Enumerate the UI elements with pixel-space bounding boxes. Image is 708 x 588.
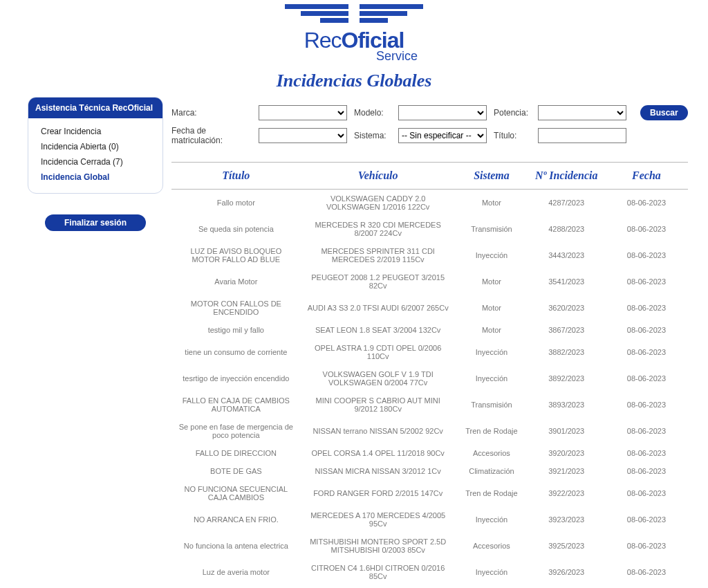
cell-vehiculo: MERCEDES SPRINTER 311 CDI MERCEDES 2/201… (301, 242, 456, 268)
cell-titulo: LUZ DE AVISO BLOQUEO MOTOR FALLO AD BLUE (171, 242, 301, 268)
cell-fecha: 08-06-2023 (605, 295, 687, 321)
cell-fecha: 08-06-2023 (605, 444, 687, 462)
cell-titulo: Fallo motor (171, 190, 301, 217)
cell-fecha: 08-06-2023 (605, 418, 687, 444)
cell-sistema: Motor (456, 295, 528, 321)
table-row[interactable]: FALLO EN CAJA DE CAMBIOS AUTOMATICAMINI … (171, 392, 688, 418)
table-row[interactable]: FALLO DE DIRECCIONOPEL CORSA 1.4 OPEL 11… (171, 444, 688, 462)
cell-titulo: Luz de averia motor (171, 559, 301, 585)
sidebar-item-2[interactable]: Incidencia Cerrada (7) (28, 154, 162, 169)
cell-num: 3867/2023 (528, 321, 605, 339)
cell-fecha: 08-06-2023 (605, 190, 687, 217)
cell-fecha: 08-06-2023 (605, 559, 687, 585)
table-row[interactable]: BOTE DE GASNISSAN MICRA NISSAN 3/2012 1C… (171, 462, 688, 480)
sidebar-item-3[interactable]: Incidencia Global (28, 169, 162, 185)
cell-vehiculo: FORD RANGER FORD 2/2015 147Cv (301, 480, 456, 506)
incidents-table: Título Vehículo Sistema Nº Incidencia Fe… (171, 163, 688, 588)
th-sistema[interactable]: Sistema (456, 163, 528, 190)
cell-sistema: Inyección (456, 365, 528, 392)
cell-sistema: Inyección (456, 242, 528, 268)
cell-titulo: tiene un consumo de corriente (171, 339, 301, 365)
cell-fecha: 08-06-2023 (605, 585, 687, 588)
th-titulo[interactable]: Título (171, 163, 301, 190)
cell-titulo: ruido motor, como rozar al acelerar (171, 585, 301, 588)
sidebar-item-0[interactable]: Crear Incidencia (28, 124, 162, 139)
cell-vehiculo: NISSAN terrano NISSAN 5/2002 92Cv (301, 418, 456, 444)
table-row[interactable]: testigo mil y falloSEAT LEON 1.8 SEAT 3/… (171, 321, 688, 339)
th-vehiculo[interactable]: Vehículo (301, 163, 456, 190)
cell-sistema: Motor (456, 321, 528, 339)
cell-fecha: 08-06-2023 (605, 268, 687, 295)
table-row[interactable]: LUZ DE AVISO BLOQUEO MOTOR FALLO AD BLUE… (171, 242, 688, 268)
cell-vehiculo: NISSAN MICRA NISSAN 3/2012 1Cv (301, 462, 456, 480)
titulo-input[interactable] (538, 128, 626, 143)
logo-text-rec: Rec (304, 28, 342, 53)
cell-num: 3443/2023 (528, 242, 605, 268)
cell-titulo: NO ARRANCA EN FRIO. (171, 506, 301, 533)
sistema-select[interactable]: -- Sin especificar -- (398, 128, 487, 143)
cell-num: 3925/2023 (528, 533, 605, 559)
cell-sistema: Accesorios (456, 444, 528, 462)
cell-sistema: Inyección (456, 339, 528, 365)
cell-num: 3922/2023 (528, 480, 605, 506)
cell-sistema: Accesorios (456, 533, 528, 559)
search-button[interactable]: Buscar (640, 105, 688, 120)
cell-vehiculo: CITROEN C4 1.6HDI CITROEN 0/2016 85Cv (301, 559, 456, 585)
cell-num: 3923/2023 (528, 506, 605, 533)
cell-sistema: Transmisión (456, 392, 528, 418)
table-row[interactable]: ruido motor, como rozar al acelerarBMW 5… (171, 585, 688, 588)
cell-sistema: Inyección (456, 559, 528, 585)
cell-titulo: Se pone en fase de mergencia de poco pot… (171, 418, 301, 444)
table-row[interactable]: Se pone en fase de mergencia de poco pot… (171, 418, 688, 444)
modelo-select[interactable] (398, 105, 487, 120)
table-row[interactable]: NO FUNCIONA SECUENCIAL CAJA CAMBIOSFORD … (171, 480, 688, 506)
table-row[interactable]: MOTOR CON FALLOS DE ENCENDIDOAUDI A3 S3 … (171, 295, 688, 321)
table-row[interactable]: No funciona la antena electricaMITSHUBIS… (171, 533, 688, 559)
table-row[interactable]: tiene un consumo de corrienteOPEL ASTRA … (171, 339, 688, 365)
titulo-label: Título: (494, 131, 531, 140)
cell-fecha: 08-06-2023 (605, 216, 687, 242)
cell-vehiculo: SEAT LEON 1.8 SEAT 3/2004 132Cv (301, 321, 456, 339)
cell-num: 3882/2023 (528, 339, 605, 365)
cell-num: 4287/2023 (528, 190, 605, 217)
marca-select[interactable] (259, 105, 347, 120)
end-session-button[interactable]: Finalizar sesión (45, 214, 146, 231)
cell-num: 3901/2023 (528, 418, 605, 444)
cell-fecha: 08-06-2023 (605, 480, 687, 506)
cell-sistema: Motor (456, 585, 528, 588)
th-incidencia[interactable]: Nº Incidencia (528, 163, 605, 190)
table-row[interactable]: Avaria MotorPEUGEOT 2008 1.2 PEUGEOT 3/2… (171, 268, 688, 295)
cell-num: 3541/2023 (528, 268, 605, 295)
cell-num: 4288/2023 (528, 216, 605, 242)
sidebar-item-1[interactable]: Incidencia Abierta (0) (28, 139, 162, 154)
cell-num: 3892/2023 (528, 365, 605, 392)
cell-num: 3893/2023 (528, 392, 605, 418)
table-row[interactable]: Luz de averia motorCITROEN C4 1.6HDI CIT… (171, 559, 688, 585)
table-row[interactable]: tesrtigo de inyección encendidoVOLKSWAGE… (171, 365, 688, 392)
cell-vehiculo: BMW 520 d BMW 0/2006 120Cv (301, 585, 456, 588)
cell-vehiculo: OPEL CORSA 1.4 OPEL 11/2018 90Cv (301, 444, 456, 462)
cell-vehiculo: AUDI A3 S3 2.0 TFSI AUDI 6/2007 265Cv (301, 295, 456, 321)
cell-fecha: 08-06-2023 (605, 392, 687, 418)
cell-sistema: Motor (456, 268, 528, 295)
cell-num: 3921/2023 (528, 462, 605, 480)
cell-vehiculo: MINI COOPER S CABRIO AUT MINI 9/2012 180… (301, 392, 456, 418)
fecha-select[interactable] (259, 128, 347, 143)
sistema-label: Sistema: (354, 131, 391, 140)
page-title: Incidencias Globales (0, 71, 708, 91)
potencia-select[interactable] (538, 105, 626, 120)
cell-titulo: FALLO DE DIRECCION (171, 444, 301, 462)
cell-sistema: Inyección (456, 506, 528, 533)
table-row[interactable]: Fallo motorVOLKSWAGEN CADDY 2.0 VOLKSWAG… (171, 190, 688, 217)
cell-titulo: BOTE DE GAS (171, 462, 301, 480)
cell-titulo: No funciona la antena electrica (171, 533, 301, 559)
cell-num: 3920/2023 (528, 444, 605, 462)
cell-fecha: 08-06-2023 (605, 339, 687, 365)
table-row[interactable]: Se queda sin potenciaMERCEDES R 320 CDI … (171, 216, 688, 242)
table-row[interactable]: NO ARRANCA EN FRIO.MERCEDES A 170 MERCED… (171, 506, 688, 533)
cell-vehiculo: MERCEDES R 320 CDI MERCEDES 8/2007 224Cv (301, 216, 456, 242)
cell-num: 3926/2023 (528, 559, 605, 585)
cell-num: 3928/2023 (528, 585, 605, 588)
cell-titulo: FALLO EN CAJA DE CAMBIOS AUTOMATICA (171, 392, 301, 418)
th-fecha[interactable]: Fecha (605, 163, 687, 190)
